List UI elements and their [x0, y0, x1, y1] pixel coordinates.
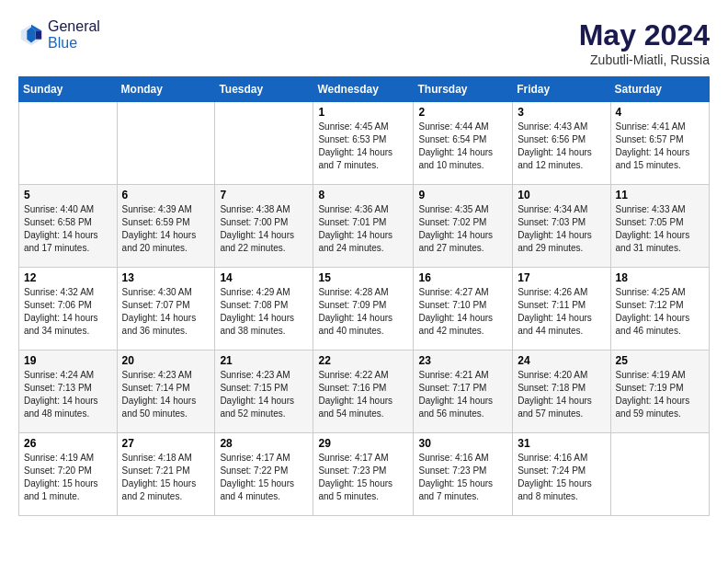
week-row-5: 26Sunrise: 4:19 AM Sunset: 7:20 PM Dayli… [19, 433, 710, 516]
calendar-cell: 30Sunrise: 4:16 AM Sunset: 7:23 PM Dayli… [414, 433, 513, 516]
day-number: 14 [220, 271, 308, 284]
day-header-wednesday: Wednesday [313, 77, 414, 102]
day-number: 7 [220, 189, 308, 201]
day-number: 31 [518, 437, 605, 450]
calendar-cell: 23Sunrise: 4:21 AM Sunset: 7:17 PM Dayli… [414, 350, 513, 433]
day-info: Sunrise: 4:27 AM Sunset: 7:10 PM Dayligh… [418, 286, 507, 338]
day-info: Sunrise: 4:41 AM Sunset: 6:57 PM Dayligh… [616, 121, 704, 172]
day-number: 20 [122, 354, 210, 367]
day-info: Sunrise: 4:35 AM Sunset: 7:02 PM Dayligh… [418, 203, 507, 255]
calendar-cell: 27Sunrise: 4:18 AM Sunset: 7:21 PM Dayli… [117, 433, 215, 516]
day-info: Sunrise: 4:32 AM Sunset: 7:06 PM Dayligh… [24, 286, 112, 338]
day-info: Sunrise: 4:18 AM Sunset: 7:21 PM Dayligh… [122, 452, 210, 503]
day-info: Sunrise: 4:16 AM Sunset: 7:24 PM Dayligh… [518, 452, 605, 503]
day-number: 29 [318, 437, 408, 450]
day-info: Sunrise: 4:23 AM Sunset: 7:14 PM Dayligh… [122, 369, 210, 420]
day-number: 4 [616, 106, 704, 119]
calendar-cell: 3Sunrise: 4:43 AM Sunset: 6:56 PM Daylig… [513, 102, 610, 185]
day-header-monday: Monday [117, 77, 215, 102]
day-number: 25 [616, 354, 704, 367]
day-number: 11 [616, 189, 704, 201]
day-info: Sunrise: 4:28 AM Sunset: 7:09 PM Dayligh… [318, 286, 408, 338]
week-row-1: 1Sunrise: 4:45 AM Sunset: 6:53 PM Daylig… [19, 102, 710, 185]
day-number: 16 [418, 271, 507, 284]
page-header: General Blue May 2024 Zubutli-Miatli, Ru… [18, 18, 710, 67]
calendar-cell: 22Sunrise: 4:22 AM Sunset: 7:16 PM Dayli… [313, 350, 414, 433]
day-info: Sunrise: 4:16 AM Sunset: 7:23 PM Dayligh… [418, 452, 507, 503]
day-info: Sunrise: 4:29 AM Sunset: 7:08 PM Dayligh… [220, 286, 308, 338]
calendar-cell: 21Sunrise: 4:23 AM Sunset: 7:15 PM Dayli… [215, 350, 313, 433]
calendar-cell: 15Sunrise: 4:28 AM Sunset: 7:09 PM Dayli… [313, 268, 414, 350]
calendar-cell: 8Sunrise: 4:36 AM Sunset: 7:01 PM Daylig… [313, 185, 414, 268]
month-year: May 2024 [579, 18, 710, 52]
day-info: Sunrise: 4:17 AM Sunset: 7:23 PM Dayligh… [318, 452, 408, 503]
day-number: 3 [518, 106, 605, 119]
calendar-cell [19, 102, 118, 185]
day-info: Sunrise: 4:23 AM Sunset: 7:15 PM Dayligh… [220, 369, 308, 420]
calendar-cell: 10Sunrise: 4:34 AM Sunset: 7:03 PM Dayli… [513, 185, 610, 268]
calendar-cell: 26Sunrise: 4:19 AM Sunset: 7:20 PM Dayli… [19, 433, 118, 516]
calendar-cell: 12Sunrise: 4:32 AM Sunset: 7:06 PM Dayli… [19, 268, 118, 350]
day-number: 18 [616, 271, 704, 284]
day-number: 26 [24, 437, 112, 450]
calendar-cell: 29Sunrise: 4:17 AM Sunset: 7:23 PM Dayli… [313, 433, 414, 516]
day-number: 10 [518, 189, 605, 201]
day-number: 8 [318, 189, 408, 201]
calendar-cell: 25Sunrise: 4:19 AM Sunset: 7:19 PM Dayli… [610, 350, 709, 433]
day-number: 5 [24, 189, 112, 201]
day-info: Sunrise: 4:26 AM Sunset: 7:11 PM Dayligh… [518, 286, 605, 338]
calendar-cell: 7Sunrise: 4:38 AM Sunset: 7:00 PM Daylig… [215, 185, 313, 268]
logo-text: General Blue [48, 18, 100, 52]
svg-marker-2 [36, 30, 42, 39]
day-number: 28 [220, 437, 308, 450]
day-number: 17 [518, 271, 605, 284]
day-info: Sunrise: 4:22 AM Sunset: 7:16 PM Dayligh… [318, 369, 408, 420]
calendar-cell: 13Sunrise: 4:30 AM Sunset: 7:07 PM Dayli… [117, 268, 215, 350]
calendar-cell: 4Sunrise: 4:41 AM Sunset: 6:57 PM Daylig… [610, 102, 709, 185]
calendar-cell [215, 102, 313, 185]
day-number: 1 [318, 106, 408, 119]
calendar-cell: 9Sunrise: 4:35 AM Sunset: 7:02 PM Daylig… [414, 185, 513, 268]
calendar-cell: 16Sunrise: 4:27 AM Sunset: 7:10 PM Dayli… [414, 268, 513, 350]
day-info: Sunrise: 4:21 AM Sunset: 7:17 PM Dayligh… [418, 369, 507, 420]
calendar-cell: 31Sunrise: 4:16 AM Sunset: 7:24 PM Dayli… [513, 433, 610, 516]
day-info: Sunrise: 4:36 AM Sunset: 7:01 PM Dayligh… [318, 203, 408, 255]
week-row-4: 19Sunrise: 4:24 AM Sunset: 7:13 PM Dayli… [19, 350, 710, 433]
day-number: 15 [318, 271, 408, 284]
calendar-table: SundayMondayTuesdayWednesdayThursdayFrid… [18, 76, 710, 516]
calendar-cell: 6Sunrise: 4:39 AM Sunset: 6:59 PM Daylig… [117, 185, 215, 268]
day-header-sunday: Sunday [19, 77, 118, 102]
day-info: Sunrise: 4:33 AM Sunset: 7:05 PM Dayligh… [616, 203, 704, 255]
logo-blue: Blue [48, 35, 77, 51]
day-number: 24 [518, 354, 605, 367]
day-header-friday: Friday [513, 77, 610, 102]
calendar-cell: 19Sunrise: 4:24 AM Sunset: 7:13 PM Dayli… [19, 350, 118, 433]
logo: General Blue [18, 18, 100, 52]
day-info: Sunrise: 4:39 AM Sunset: 6:59 PM Dayligh… [122, 203, 210, 255]
day-info: Sunrise: 4:43 AM Sunset: 6:56 PM Dayligh… [518, 121, 605, 172]
day-number: 2 [418, 106, 507, 119]
location: Zubutli-Miatli, Russia [579, 52, 710, 67]
day-info: Sunrise: 4:19 AM Sunset: 7:19 PM Dayligh… [616, 369, 704, 420]
calendar-cell: 20Sunrise: 4:23 AM Sunset: 7:14 PM Dayli… [117, 350, 215, 433]
day-number: 9 [418, 189, 507, 201]
week-row-2: 5Sunrise: 4:40 AM Sunset: 6:58 PM Daylig… [19, 185, 710, 268]
day-number: 6 [122, 189, 210, 201]
day-info: Sunrise: 4:17 AM Sunset: 7:22 PM Dayligh… [220, 452, 308, 503]
week-row-3: 12Sunrise: 4:32 AM Sunset: 7:06 PM Dayli… [19, 268, 710, 350]
day-header-tuesday: Tuesday [215, 77, 313, 102]
logo-general: General [48, 18, 100, 34]
day-number: 19 [24, 354, 112, 367]
calendar-cell: 11Sunrise: 4:33 AM Sunset: 7:05 PM Dayli… [610, 185, 709, 268]
day-number: 22 [318, 354, 408, 367]
day-info: Sunrise: 4:30 AM Sunset: 7:07 PM Dayligh… [122, 286, 210, 338]
calendar-cell [610, 433, 709, 516]
day-info: Sunrise: 4:34 AM Sunset: 7:03 PM Dayligh… [518, 203, 605, 255]
title-block: May 2024 Zubutli-Miatli, Russia [579, 18, 710, 67]
calendar-cell: 14Sunrise: 4:29 AM Sunset: 7:08 PM Dayli… [215, 268, 313, 350]
calendar-cell: 28Sunrise: 4:17 AM Sunset: 7:22 PM Dayli… [215, 433, 313, 516]
day-info: Sunrise: 4:19 AM Sunset: 7:20 PM Dayligh… [24, 452, 112, 503]
day-number: 21 [220, 354, 308, 367]
day-info: Sunrise: 4:38 AM Sunset: 7:00 PM Dayligh… [220, 203, 308, 255]
day-number: 23 [418, 354, 507, 367]
